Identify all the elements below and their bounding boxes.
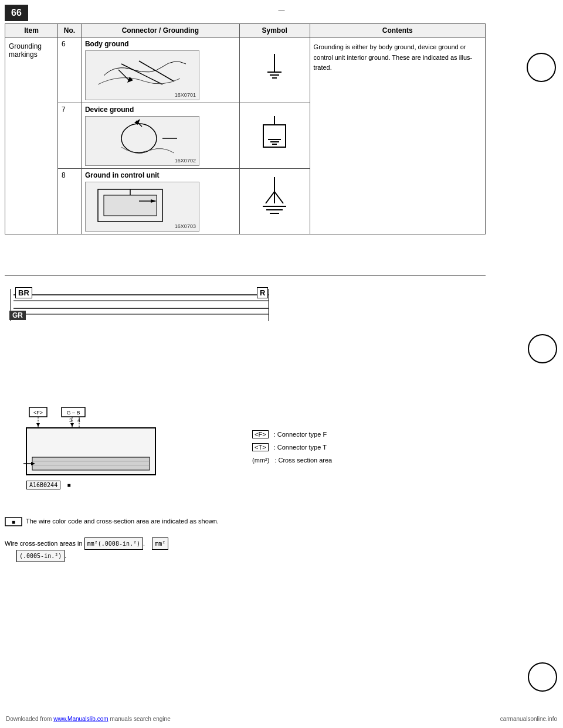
connector-diagram-area: <F> G – B 3 4 A16B0244 ■ [23, 404, 188, 504]
svg-point-4 [121, 124, 157, 153]
separator-line [5, 275, 486, 276]
col-header-item: Item [5, 24, 58, 38]
svg-text:G – B: G – B [66, 410, 80, 416]
svg-text:■: ■ [12, 519, 15, 525]
symbol-box-line-2 [270, 141, 279, 142]
bottom-notice: ■ The wire color code and cross-section … [5, 516, 533, 562]
cell-no: 7 [57, 103, 81, 169]
cell-symbol-device [239, 103, 310, 169]
svg-marker-39 [36, 423, 40, 427]
symbol-line-3 [272, 77, 277, 79]
page-top-center: — [279, 6, 285, 13]
note-symbol: ■ [5, 517, 22, 526]
symbol-device-ground [243, 106, 306, 158]
notice-text-1: The wire color code and cross-section ar… [24, 518, 219, 525]
cell-no: 8 [57, 169, 81, 234]
sidebar-circle-3 [528, 662, 557, 692]
symbol-horiz-lines [267, 72, 282, 79]
mm2-box-1: mm²(.0008-in.²) [84, 538, 143, 550]
mm2-note: (mm²) : Cross section area [252, 454, 332, 467]
footer-right-text: carmanualsonline.info [500, 716, 557, 722]
col-header-symbol: Symbol [239, 24, 310, 38]
svg-text:3: 3 [69, 417, 72, 423]
f-label: <F> : Connector type F [252, 428, 332, 441]
footer-right: carmanualsonline.info [500, 716, 557, 722]
mm2-box-3: (.0005-in.²) [16, 550, 65, 562]
symbol-box-line-3 [272, 144, 277, 145]
symbol-vert-line [274, 116, 275, 124]
symbol-vert-line [274, 54, 275, 72]
mm2-text: (mm²) [252, 457, 269, 464]
f-description: : Connector type F [274, 431, 327, 438]
grounding-table: Item No. Connector / Grounding Symbol Co… [5, 23, 486, 234]
wire-label-br: BR [15, 287, 32, 298]
cell-item: Groundingmarkings [5, 38, 58, 234]
cell-connector: Ground in control unit 16X0703 [81, 169, 239, 234]
cell-symbol-control [239, 169, 310, 234]
wire-color-section: BR R GR [5, 286, 509, 335]
svg-text:<F>: <F> [33, 410, 43, 416]
diagram-code-3: 16X0703 [175, 223, 196, 229]
symbol-box-lines [268, 139, 281, 145]
footer-left: Downloaded from www.Manualslib.com manua… [6, 716, 171, 722]
control-ground-diagram: 16X0703 [85, 182, 199, 232]
cell-connector: Body ground 16X0701 [81, 38, 239, 103]
symbol-line-1 [267, 72, 282, 73]
symbol-body-ground [243, 40, 306, 93]
sidebar-circle-2 [528, 334, 557, 363]
notice-text-2: Wire cross-section areas in mm²(.0008-in… [5, 540, 168, 559]
cell-contents: Grounding is either by body ground, devi… [310, 38, 485, 234]
footer: Downloaded from www.Manualslib.com manua… [0, 716, 563, 722]
notice-text-3: (.0005-in.²). [16, 552, 66, 559]
device-ground-diagram: 16X0702 [85, 116, 199, 166]
body-ground-diagram: 16X0701 [85, 50, 199, 100]
svg-line-15 [274, 192, 283, 203]
svg-rect-9 [104, 195, 157, 216]
mm2-box-2: mm² [152, 538, 168, 550]
t-description: : Connector type T [274, 444, 327, 451]
sidebar-circle-1 [527, 53, 556, 82]
ground-body-symbol [267, 54, 282, 79]
svg-line-1 [139, 61, 174, 81]
footer-url[interactable]: www.Manualslib.com [53, 716, 108, 722]
footer-suffix: manuals search engine [110, 716, 170, 722]
svg-rect-33 [32, 457, 150, 470]
cell-symbol-body [239, 38, 310, 103]
control-ground-symbol-svg [257, 174, 292, 221]
page-number: 66 [5, 5, 28, 21]
col-header-no: No. [57, 24, 81, 38]
svg-line-0 [121, 64, 162, 84]
code-box: A16B0244 [26, 481, 60, 489]
diagram-code-1: 16X0701 [175, 92, 196, 98]
f-bracket: <F> [252, 430, 269, 438]
ground-device-symbol [263, 116, 286, 148]
col-header-connector: Connector / Grounding [81, 24, 239, 38]
symbol-box [263, 124, 286, 148]
device-ground-label: Device ground [85, 106, 236, 114]
connector-code: A16B0244 ■ [26, 481, 71, 489]
code-suffix: ■ [67, 482, 71, 488]
wire-label-r: R [257, 287, 268, 298]
table-row: Groundingmarkings 6 Body ground [5, 38, 486, 103]
mm2-value: : Cross section area [274, 457, 332, 464]
control-ground-label: Ground in control unit [85, 171, 236, 179]
cell-connector: Device ground 16X0702 [81, 103, 239, 169]
t-bracket: <T> [252, 443, 269, 451]
t-label: <T> : Connector type T [252, 441, 332, 454]
symbol-box-line-1 [268, 139, 281, 140]
svg-line-14 [266, 192, 274, 203]
connector-right-labels: <F> : Connector type F <T> : Connector t… [252, 428, 332, 467]
col-header-contents: Contents [310, 24, 485, 38]
diagram-code-2: 16X0702 [175, 158, 196, 164]
download-text: Downloaded from [6, 716, 52, 722]
svg-marker-40 [70, 423, 74, 427]
symbol-control-ground [243, 171, 306, 224]
symbol-line-2 [270, 74, 279, 76]
wire-label-gr: GR [9, 311, 26, 320]
cell-no: 6 [57, 38, 81, 103]
